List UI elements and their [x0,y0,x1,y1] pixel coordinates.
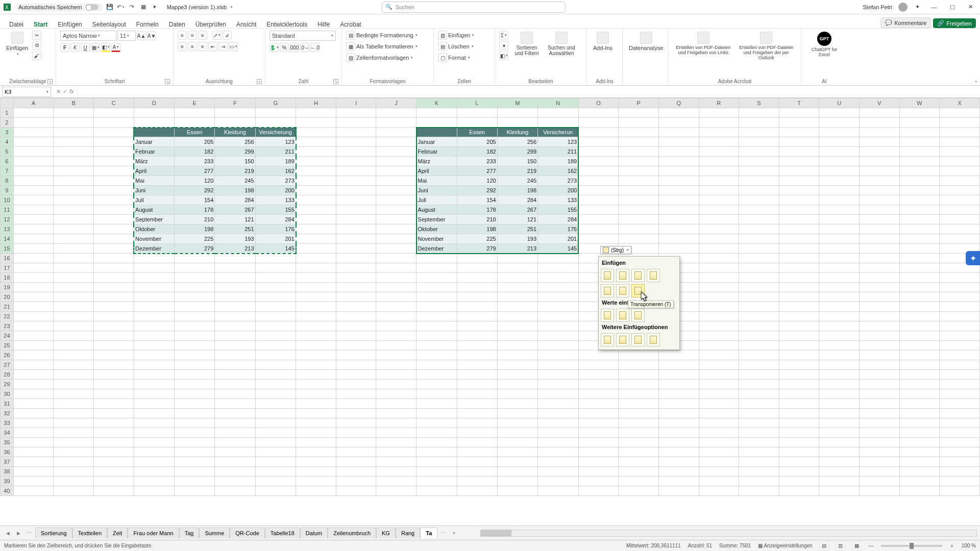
cell[interactable] [859,302,899,312]
cell[interactable] [336,350,376,360]
cell[interactable] [376,147,416,157]
cell[interactable] [538,263,579,273]
cell[interactable] [54,321,94,331]
cell[interactable] [215,283,255,292]
cell[interactable] [940,302,980,312]
cell[interactable]: 205 [457,137,497,147]
cell[interactable] [699,254,739,263]
row-header[interactable]: 40 [1,486,14,496]
cell[interactable] [416,283,457,292]
cell[interactable] [619,157,659,166]
row-header[interactable]: 13 [1,224,14,234]
cell[interactable]: 154 [175,195,215,205]
cell[interactable] [54,428,94,438]
row-header[interactable]: 31 [1,399,14,409]
cell[interactable] [899,399,940,409]
cell[interactable] [215,263,255,273]
paste-keep-width-option[interactable] [616,284,629,297]
cell[interactable] [13,224,54,234]
cell[interactable] [54,292,94,302]
cell[interactable] [779,409,819,418]
cell[interactable] [899,176,940,186]
cell[interactable] [658,186,699,195]
cell[interactable] [497,409,537,418]
cell[interactable] [619,224,659,234]
cell[interactable] [699,224,739,234]
cell[interactable] [175,380,215,389]
cell[interactable] [336,108,376,118]
paste-values-source-option[interactable] [631,309,645,322]
cell[interactable] [336,244,376,254]
cell[interactable] [619,350,659,360]
cell[interactable] [940,128,980,137]
cell[interactable]: 256 [215,137,255,147]
row-header[interactable]: 25 [1,341,14,350]
cell[interactable] [336,380,376,389]
col-header[interactable]: H [296,98,336,108]
cell[interactable] [779,157,819,166]
cell[interactable] [899,467,940,477]
cell[interactable] [497,389,537,399]
cell[interactable] [779,108,819,118]
cell[interactable]: 213 [215,244,255,254]
cell[interactable] [134,370,175,380]
cell[interactable] [457,370,497,380]
cell[interactable] [538,360,579,370]
cell[interactable] [13,370,54,380]
cell[interactable] [54,467,94,477]
cell[interactable] [255,350,296,360]
cell[interactable] [457,331,497,341]
cell[interactable] [940,137,980,147]
col-header[interactable]: M [497,98,537,108]
cell[interactable] [175,360,215,370]
cell[interactable] [699,292,739,302]
cell[interactable] [457,380,497,389]
row-header[interactable]: 6 [1,157,14,166]
row-header[interactable]: 7 [1,166,14,176]
cell[interactable] [779,147,819,157]
cell[interactable] [94,147,134,157]
cell[interactable] [538,457,579,467]
cell[interactable] [54,176,94,186]
cell[interactable]: Oktober [134,224,175,234]
cell[interactable] [940,321,980,331]
cell[interactable] [819,234,860,244]
cell[interactable] [578,360,619,370]
cell[interactable] [336,438,376,447]
sheet-nav-more-icon[interactable]: ⋯ [24,530,34,536]
cell[interactable] [739,321,779,331]
cell[interactable]: Januar [416,137,457,147]
cell[interactable] [779,176,819,186]
cell[interactable] [619,108,659,118]
cell[interactable] [296,234,336,244]
cell[interactable] [54,380,94,389]
cell[interactable] [94,331,134,341]
cell[interactable] [13,409,54,418]
zoom-in-icon[interactable]: ＋ [949,542,954,549]
cell[interactable] [699,108,739,118]
cell[interactable] [658,360,699,370]
cell[interactable] [538,409,579,418]
cell[interactable] [296,486,336,496]
cell[interactable] [699,438,739,447]
cell[interactable] [779,215,819,224]
cell[interactable] [538,312,579,321]
cell[interactable] [619,215,659,224]
cell[interactable] [859,409,899,418]
cell[interactable] [859,350,899,360]
cell[interactable] [336,186,376,195]
increase-indent-icon[interactable]: ⇥ [218,42,228,51]
cell[interactable]: 279 [457,244,497,254]
cell[interactable] [819,409,860,418]
cell[interactable] [739,409,779,418]
cell[interactable] [739,263,779,273]
cell[interactable] [94,234,134,244]
cell[interactable] [134,254,175,263]
cell[interactable] [416,273,457,283]
cell[interactable] [134,321,175,331]
cell[interactable] [255,399,296,409]
cell[interactable] [255,428,296,438]
cell[interactable] [699,389,739,399]
cell[interactable] [859,215,899,224]
cell[interactable] [819,399,860,409]
